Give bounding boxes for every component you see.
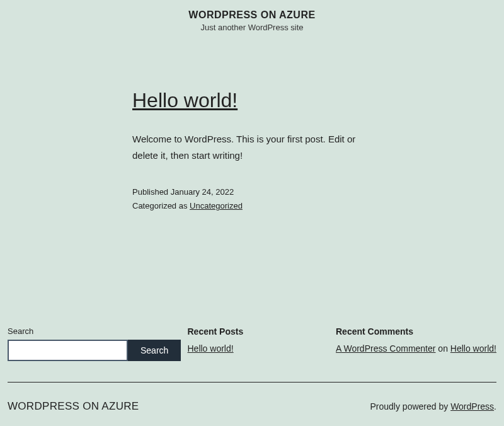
on-text: on (435, 343, 450, 354)
post-excerpt: Welcome to WordPress. This is your first… (132, 131, 372, 163)
post-meta: Published January 24, 2022 Categorized a… (132, 185, 372, 213)
recent-comments-widget: Recent Comments A WordPress Commenter on… (336, 326, 496, 361)
commented-post-link[interactable]: Hello world! (450, 343, 496, 354)
site-footer: WORDPRESS ON AZURE Proudly powered by Wo… (0, 394, 504, 422)
footer-credit: Proudly powered by WordPress. (370, 401, 496, 412)
post-date: January 24, 2022 (171, 187, 234, 197)
footer-divider (8, 382, 496, 383)
credit-suffix: . (494, 401, 496, 412)
category-link[interactable]: Uncategorized (190, 201, 243, 210)
post: Hello world! Welcome to WordPress. This … (132, 89, 372, 213)
credit-text: Proudly powered by (370, 401, 450, 412)
footer-widgets: Search Search Recent Posts Hello world! … (0, 251, 504, 371)
recent-comments-title: Recent Comments (336, 326, 496, 337)
published-label: Published (132, 187, 171, 197)
site-title[interactable]: WORDPRESS ON AZURE (0, 9, 504, 21)
search-button[interactable]: Search (128, 340, 181, 361)
footer-site-title[interactable]: WORDPRESS ON AZURE (8, 400, 139, 413)
search-widget: Search Search (8, 326, 165, 361)
recent-posts-title: Recent Posts (188, 326, 326, 337)
commenter-link[interactable]: A WordPress Commenter (336, 343, 435, 354)
main-content: Hello world! Welcome to WordPress. This … (0, 38, 504, 251)
recent-posts-widget: Recent Posts Hello world! (188, 326, 326, 361)
site-tagline: Just another WordPress site (0, 23, 504, 32)
search-label: Search (8, 326, 165, 336)
recent-post-link[interactable]: Hello world! (188, 343, 234, 354)
categorized-label: Categorized as (132, 201, 190, 210)
post-title-link[interactable]: Hello world! (132, 89, 372, 112)
wordpress-link[interactable]: WordPress (450, 401, 494, 412)
site-header: WORDPRESS ON AZURE Just another WordPres… (0, 0, 504, 38)
search-input[interactable] (8, 340, 128, 361)
